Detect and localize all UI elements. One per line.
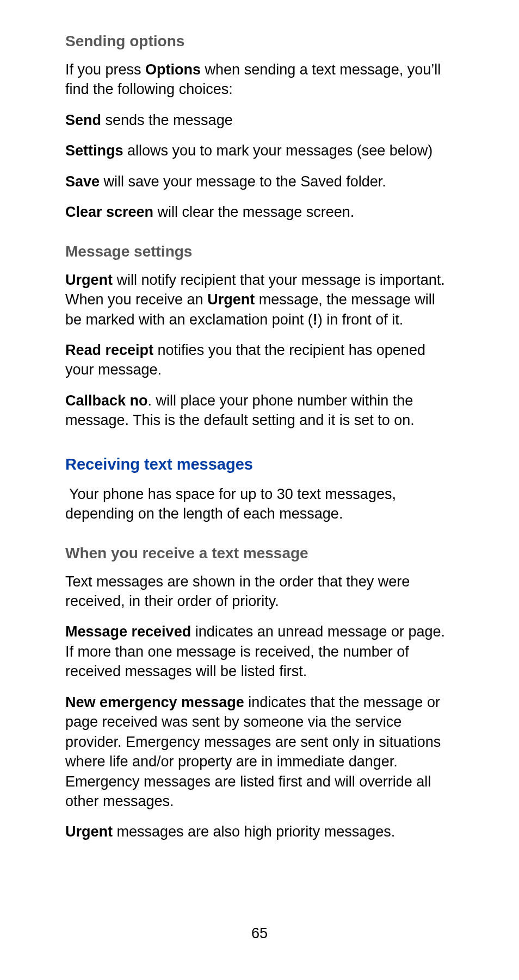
paragraph-save: Save will save your message to the Saved…: [65, 172, 454, 191]
bold-save: Save: [65, 173, 100, 190]
paragraph-clear-screen: Clear screen will clear the message scre…: [65, 202, 454, 222]
text: indicates that the message or page recei…: [65, 694, 441, 809]
bold-callback-no: Callback no: [65, 392, 148, 409]
bold-new-emergency-message: New emergency message: [65, 694, 244, 710]
text: If you press: [65, 61, 145, 78]
bold-read-receipt: Read receipt: [65, 342, 153, 358]
paragraph-message-received: Message received indicates an unread mes…: [65, 622, 454, 681]
paragraph-urgent: Urgent will notify recipient that your m…: [65, 270, 454, 329]
paragraph-callback: Callback no. will place your phone numbe…: [65, 391, 454, 430]
bold-settings: Settings: [65, 142, 123, 159]
paragraph-sending-intro: If you press Options when sending a text…: [65, 60, 454, 99]
paragraph-urgent-priority: Urgent messages are also high priority m…: [65, 822, 454, 841]
heading-receiving-text-messages: Receiving text messages: [65, 455, 454, 473]
bold-urgent-priority: Urgent: [65, 823, 113, 840]
bold-send: Send: [65, 112, 101, 128]
text: sends the message: [101, 112, 233, 128]
bold-urgent-inline: Urgent: [207, 291, 255, 308]
paragraph-send: Send sends the message: [65, 110, 454, 130]
text: will clear the message screen.: [153, 204, 354, 220]
text: ) in front of it.: [318, 311, 404, 328]
text: will save your message to the Saved fold…: [100, 173, 386, 190]
heading-sending-options: Sending options: [65, 33, 454, 50]
heading-when-you-receive: When you receive a text message: [65, 545, 454, 562]
manual-page: Sending options If you press Options whe…: [0, 0, 519, 980]
bold-options: Options: [145, 61, 201, 78]
paragraph-order: Text messages are shown in the order tha…: [65, 572, 454, 611]
bold-message-received: Message received: [65, 623, 191, 640]
paragraph-receiving-intro: Your phone has space for up to 30 text m…: [65, 484, 454, 524]
paragraph-new-emergency: New emergency message indicates that the…: [65, 692, 454, 812]
paragraph-settings: Settings allows you to mark your message…: [65, 141, 454, 160]
text: allows you to mark your messages (see be…: [123, 142, 433, 159]
bold-exclamation: !: [313, 311, 318, 328]
bold-clear-screen: Clear screen: [65, 204, 153, 220]
text: messages are also high priority messages…: [113, 823, 395, 840]
paragraph-read-receipt: Read receipt notifies you that the recip…: [65, 340, 454, 380]
page-number: 65: [0, 925, 519, 942]
heading-message-settings: Message settings: [65, 243, 454, 260]
bold-urgent: Urgent: [65, 272, 113, 288]
